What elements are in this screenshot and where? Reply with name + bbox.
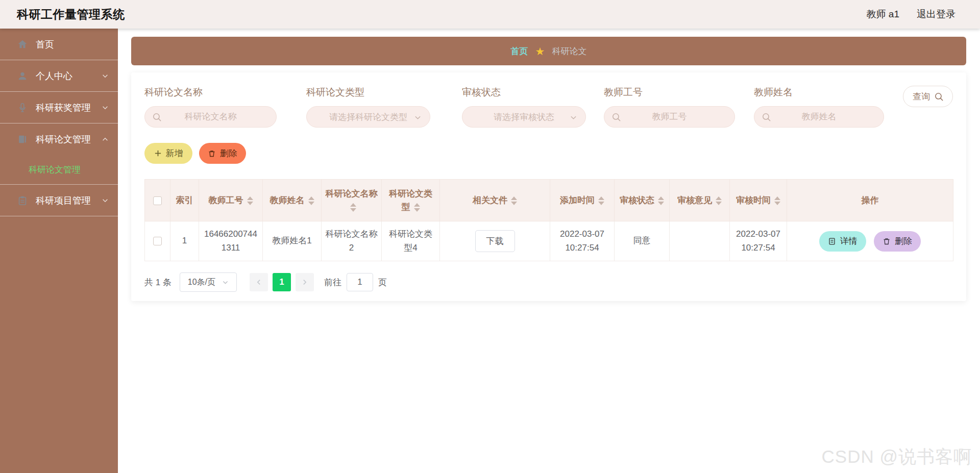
cell-index: 1 bbox=[170, 221, 199, 261]
search-icon bbox=[762, 113, 771, 121]
col-actions: 操作 bbox=[787, 180, 953, 221]
document-icon bbox=[828, 237, 836, 245]
filter-label: 教师工号 bbox=[604, 86, 735, 99]
sidebar-item-research-awards[interactable]: 科研获奖管理 bbox=[0, 92, 118, 123]
col-audit-opinion[interactable]: 审核意见 bbox=[670, 180, 730, 221]
next-page-button[interactable] bbox=[296, 273, 314, 291]
col-added-time[interactable]: 添加时间 bbox=[550, 180, 615, 221]
filter-label: 科研论文类型 bbox=[306, 86, 430, 99]
delete-button-label: 删除 bbox=[220, 147, 237, 159]
search-button-label: 查询 bbox=[913, 91, 930, 103]
sidebar-subitem-research-papers-manage[interactable]: 科研论文管理 bbox=[0, 155, 118, 185]
sidebar-item-research-projects[interactable]: 科研项目管理 bbox=[0, 185, 118, 216]
top-bar: 科研工作量管理系统 教师 a1 退出登录 bbox=[0, 0, 980, 29]
col-index: 索引 bbox=[170, 180, 199, 221]
filter-paper-name: 科研论文名称 bbox=[144, 86, 277, 128]
content-card: 科研论文名称 科研论文类型 请选择科研论文类型 bbox=[131, 72, 966, 301]
filter-teacher-name: 教师姓名 bbox=[754, 86, 884, 128]
sidebar: 首页 个人中心 科研获奖管理 科研论文管理 bbox=[0, 29, 118, 473]
detail-button-label: 详情 bbox=[840, 235, 857, 247]
add-button[interactable]: 新增 bbox=[144, 143, 192, 164]
mic-icon bbox=[17, 102, 28, 113]
sort-caret-icon bbox=[350, 203, 356, 212]
goto-prefix-label: 前往 bbox=[324, 277, 341, 288]
main-content: 首页 ★ 科研论文 科研论文名称 科研论文类型 bbox=[118, 29, 980, 473]
goto-page-input[interactable] bbox=[347, 273, 373, 291]
col-teacher-name[interactable]: 教师姓名 bbox=[263, 180, 322, 221]
col-paper-type[interactable]: 科研论文类型 bbox=[382, 180, 440, 221]
row-delete-button-label: 删除 bbox=[895, 235, 912, 247]
trash-icon bbox=[883, 237, 891, 245]
sidebar-item-label: 科研项目管理 bbox=[36, 194, 91, 207]
filter-label: 教师姓名 bbox=[754, 86, 884, 99]
sidebar-item-label: 首页 bbox=[36, 38, 54, 51]
detail-button[interactable]: 详情 bbox=[819, 231, 866, 252]
pagination: 共 1 条 10条/页 1 前往 页 bbox=[144, 272, 953, 292]
teacher-name-input[interactable] bbox=[754, 107, 884, 127]
cell-audit-opinion bbox=[670, 221, 730, 261]
paper-type-select[interactable]: 请选择科研论文类型 bbox=[306, 106, 430, 128]
sidebar-item-personal-center[interactable]: 个人中心 bbox=[0, 60, 118, 92]
cell-audit-time: 2022-03-07 10:27:54 bbox=[730, 221, 787, 261]
search-icon bbox=[612, 113, 621, 121]
chevron-up-icon bbox=[102, 136, 109, 143]
select-placeholder: 请选择审核状态 bbox=[494, 111, 554, 123]
filter-label: 科研论文名称 bbox=[144, 86, 277, 99]
cell-paper-name: 科研论文名称2 bbox=[322, 221, 382, 261]
chevron-down-icon bbox=[102, 72, 109, 80]
row-delete-button[interactable]: 删除 bbox=[874, 231, 921, 252]
user-icon bbox=[17, 70, 28, 82]
col-audit-time[interactable]: 审核时间 bbox=[730, 180, 787, 221]
sort-caret-icon bbox=[511, 196, 517, 205]
audit-status-select[interactable]: 请选择审核状态 bbox=[462, 106, 586, 128]
filter-audit-status: 审核状态 请选择审核状态 bbox=[462, 86, 586, 128]
sidebar-item-home[interactable]: 首页 bbox=[0, 29, 118, 60]
sort-caret-icon bbox=[598, 196, 604, 205]
chevron-down-icon bbox=[222, 279, 229, 286]
col-related-file[interactable]: 相关文件 bbox=[440, 180, 550, 221]
sidebar-item-label: 科研论文管理 bbox=[36, 133, 91, 145]
teacher-id-input[interactable] bbox=[604, 107, 734, 127]
table-row: 1 164662007441311 教师姓名1 科研论文名称2 科研论文类型4 … bbox=[145, 221, 953, 261]
download-button[interactable]: 下载 bbox=[475, 230, 515, 252]
chevron-down-icon bbox=[102, 197, 109, 204]
total-count-label: 共 1 条 bbox=[144, 277, 172, 288]
filter-label: 审核状态 bbox=[462, 86, 586, 99]
breadcrumb-home[interactable]: 首页 bbox=[511, 45, 528, 57]
cell-audit-status: 同意 bbox=[615, 221, 670, 261]
col-teacher-id[interactable]: 教师工号 bbox=[199, 180, 263, 221]
select-placeholder: 请选择科研论文类型 bbox=[329, 111, 407, 123]
watermark: CSDN @说书客啊 bbox=[822, 445, 972, 469]
chevron-down-icon bbox=[102, 104, 109, 111]
current-user-label: 教师 a1 bbox=[867, 8, 899, 21]
book-icon bbox=[17, 134, 28, 145]
prev-page-button[interactable] bbox=[250, 273, 268, 291]
goto-suffix-label: 页 bbox=[378, 277, 387, 288]
cell-teacher-name: 教师姓名1 bbox=[263, 221, 322, 261]
current-page-button[interactable]: 1 bbox=[273, 273, 291, 291]
filter-paper-type: 科研论文类型 请选择科研论文类型 bbox=[306, 86, 430, 128]
sidebar-item-label: 个人中心 bbox=[36, 70, 72, 82]
search-button[interactable]: 查询 bbox=[903, 86, 953, 107]
sort-caret-icon bbox=[774, 196, 780, 205]
trash-icon bbox=[208, 150, 216, 158]
chevron-right-icon bbox=[301, 279, 308, 286]
page-size-select[interactable]: 10条/页 bbox=[180, 272, 237, 292]
select-all-checkbox[interactable] bbox=[153, 196, 162, 205]
filter-bar: 科研论文名称 科研论文类型 请选择科研论文类型 bbox=[144, 86, 953, 128]
breadcrumb-current: 科研论文 bbox=[552, 45, 586, 57]
cell-teacher-id: 164662007441311 bbox=[199, 221, 263, 261]
col-audit-status[interactable]: 审核状态 bbox=[615, 180, 670, 221]
chevron-down-icon bbox=[570, 114, 577, 121]
table-header-row: 索引 教师工号 教师姓名 科研论文名称 科研论文类型 相关文件 添加时间 审核状… bbox=[145, 180, 953, 221]
sidebar-item-label: 科研获奖管理 bbox=[36, 102, 91, 114]
sidebar-item-research-papers[interactable]: 科研论文管理 bbox=[0, 123, 118, 155]
row-checkbox[interactable] bbox=[153, 237, 162, 245]
breadcrumb: 首页 ★ 科研论文 bbox=[131, 37, 966, 65]
delete-button[interactable]: 删除 bbox=[199, 143, 246, 164]
cell-added-time: 2022-03-07 10:27:54 bbox=[550, 221, 615, 261]
logout-button[interactable]: 退出登录 bbox=[917, 8, 955, 21]
paper-name-input[interactable] bbox=[145, 107, 276, 127]
col-paper-name[interactable]: 科研论文名称 bbox=[322, 180, 382, 221]
data-table: 索引 教师工号 教师姓名 科研论文名称 科研论文类型 相关文件 添加时间 审核状… bbox=[144, 179, 953, 261]
